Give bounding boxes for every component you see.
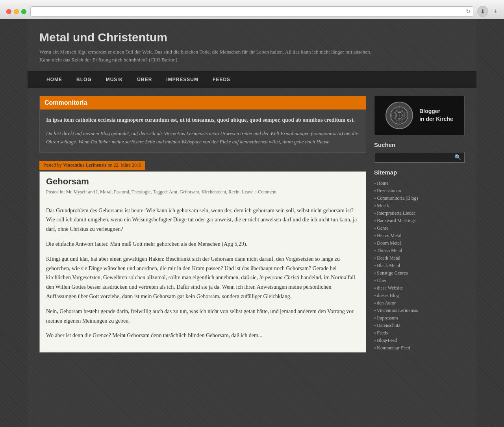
new-tab-icon[interactable]: + xyxy=(494,7,498,16)
sitemap-link-den-autor[interactable]: den Autor xyxy=(374,300,396,306)
sitemap-link-diese-website[interactable]: diese Website xyxy=(374,285,403,291)
sitemap-item: Black Metal xyxy=(374,262,465,269)
browser-chrome: ↻ ⬇ + xyxy=(0,0,504,19)
sitemap-item: Datenschutz xyxy=(374,322,465,329)
blogger-title: Blogger xyxy=(419,108,453,115)
sitemap-item: Blog-Feed xyxy=(374,337,465,344)
post-meta-bar: Posted by Vincentius Lerinensis on 22. M… xyxy=(39,161,145,170)
post-divider xyxy=(40,201,366,201)
sitemap-item: dieses Blog xyxy=(374,292,465,299)
nav-item-home[interactable]: HOME xyxy=(39,71,69,88)
sitemap-item: Sonstige Genres xyxy=(374,269,465,277)
post-paragraph-3: Nein, Gehorsam besteht gerade darin, fre… xyxy=(46,307,359,326)
leave-comment-link[interactable]: Leave a Comment xyxy=(242,189,276,195)
sitemap-item: Impressum xyxy=(374,314,465,322)
sitemap-link-feeds[interactable]: Feeds xyxy=(374,330,388,336)
category-links[interactable]: Me Myself and I, Moral, Pastoral, Theolo… xyxy=(66,189,152,195)
post-box: Gehorsam Posted in: Me Myself and I, Mor… xyxy=(39,171,366,353)
sitemap-item: Feeds xyxy=(374,329,465,337)
sitemap-link-commonitoria-(blog)[interactable]: Commonitoria (Blog) xyxy=(374,195,418,201)
sitemap-link-genre[interactable]: Genre xyxy=(374,225,389,231)
post-paragraph-0: Das Grundproblem des Gehorsams ist heute… xyxy=(46,206,359,234)
sitemap-item: Genre xyxy=(374,225,465,232)
site-tagline: Wenn ein Mensch lügt, ermordet er einen … xyxy=(39,48,378,63)
close-button[interactable] xyxy=(6,9,11,14)
sitemap-item: Über xyxy=(374,277,465,284)
nav-item-blog[interactable]: BLOG xyxy=(69,71,99,88)
sitemap-link-impressum[interactable]: Impressum xyxy=(374,315,398,321)
sitemap-link-heavy-metal[interactable]: Heavy Metal xyxy=(374,233,402,238)
minimize-button[interactable] xyxy=(14,9,19,14)
sitemap-item: Interpretierte Lieder xyxy=(374,210,465,217)
download-icon[interactable]: ⬇ xyxy=(477,6,488,17)
sitemap-link-death-metal[interactable]: Death Metal xyxy=(374,255,400,261)
sitemap-link-über[interactable]: Über xyxy=(374,278,386,283)
blogger-logo xyxy=(385,102,413,129)
post-date-text: on 22. März 2019 xyxy=(108,162,141,168)
post-author-link[interactable]: Vincentius Lerinensis xyxy=(63,162,107,168)
sitemap-item: Musik xyxy=(374,202,465,210)
posted-in-label: Posted in: xyxy=(46,189,65,195)
content-area: Commonitoria In ipsa item catholica eccl… xyxy=(28,88,476,366)
post-header: Gehorsam Posted in: Me Myself and I, Mor… xyxy=(40,172,366,201)
sitemap-link-kommentar-feed[interactable]: Kommentar-Feed xyxy=(374,345,410,351)
commonitoria-text-after: . xyxy=(329,139,330,145)
sitemap-link-datenschutz[interactable]: Datenschutz xyxy=(374,323,400,328)
site-header: Metal und Christentum Wenn ein Mensch lü… xyxy=(28,19,476,71)
sidebar: Blogger in der Kirche Suchen 🔍 Sitemap H… xyxy=(374,96,465,358)
blogger-image-box: Blogger in der Kirche xyxy=(374,96,465,135)
sitemap-item: Thrash Metal xyxy=(374,247,465,254)
commonitoria-body: In ipsa item catholica ecclesia magnoper… xyxy=(40,110,366,152)
nav-item-impressum[interactable]: IMPRESSUM xyxy=(159,71,206,88)
sitemap-link-dieses-blog[interactable]: dieses Blog xyxy=(374,293,399,298)
sitemap-link-vincentius-lerinensis[interactable]: Vincentius Lerinensis xyxy=(374,308,418,313)
commonitoria-box: Commonitoria In ipsa item catholica eccl… xyxy=(39,96,366,153)
sitemap-link-musik[interactable]: Musik xyxy=(374,203,389,208)
sitemap-link-blog-feed[interactable]: Blog-Feed xyxy=(374,338,397,343)
search-bar: 🔍 xyxy=(374,152,465,163)
sitemap-link-interpretierte-lieder[interactable]: Interpretierte Lieder xyxy=(374,210,415,216)
commonitoria-title: Commonitoria xyxy=(40,96,366,110)
post-paragraph-4: Wo aber ist denn die Grenze? Meint Gehor… xyxy=(46,331,359,340)
search-heading: Suchen xyxy=(374,141,465,148)
sitemap-link-doom-metal[interactable]: Doom Metal xyxy=(374,240,401,246)
url-bar[interactable]: ↻ xyxy=(30,6,473,17)
nach-hause-link[interactable]: nach Hause xyxy=(305,139,330,145)
search-icon[interactable]: 🔍 xyxy=(454,154,461,161)
post-title: Gehorsam xyxy=(46,176,359,187)
tag-links[interactable]: Amt, Gehorsam, Kirchenrecht, Recht. xyxy=(169,189,241,195)
sitemap-item: Backward Maskings xyxy=(374,217,465,225)
sitemap-item: Doom Metal xyxy=(374,239,465,247)
sitemap-item: Vincentius Lerinensis xyxy=(374,307,465,314)
reload-icon[interactable]: ↻ xyxy=(466,8,471,15)
sitemap-link-backward-maskings[interactable]: Backward Maskings xyxy=(374,218,416,223)
nav-item-feeds[interactable]: FEEDS xyxy=(206,71,237,88)
nav-item-über[interactable]: ÜBER xyxy=(130,71,159,88)
tagged-label: Tagged: xyxy=(153,189,168,195)
sitemap-heading: Sitemap xyxy=(374,169,465,176)
sitemap-item: Home xyxy=(374,180,465,187)
sitemap-item: Death Metal xyxy=(374,254,465,262)
blogger-subtitle: in der Kirche xyxy=(419,115,453,123)
traffic-lights xyxy=(6,9,26,14)
search-input[interactable] xyxy=(378,154,454,160)
site-wrapper: Metal und Christentum Wenn ein Mensch lü… xyxy=(28,19,476,427)
nav-item-musik[interactable]: MUSIK xyxy=(99,71,130,88)
sitemap-item: Kommentar-Feed xyxy=(374,344,465,352)
sitemap-link-rezensionen[interactable]: Rezensionen xyxy=(374,188,401,193)
sitemap-link-black-metal[interactable]: Black Metal xyxy=(374,263,400,268)
sitemap-item: Heavy Metal xyxy=(374,232,465,239)
commonitoria-text: Du bist direkt auf meinem Blog gelandet,… xyxy=(46,130,359,146)
maximize-button[interactable] xyxy=(21,9,26,14)
sitemap-link-thrash-metal[interactable]: Thrash Metal xyxy=(374,248,402,253)
sitemap-item: Commonitoria (Blog) xyxy=(374,195,465,202)
sitemap-link-home[interactable]: Home xyxy=(374,180,389,186)
sitemap-item: diese Website xyxy=(374,284,465,292)
sitemap-link-sonstige-genres[interactable]: Sonstige Genres xyxy=(374,270,408,276)
sitemap-item: Rezensionen xyxy=(374,187,465,195)
post-paragraph-2: Klingt gut und klar, hat aber einen gewa… xyxy=(46,254,359,301)
post-content: Das Grundproblem des Gehorsams ist heute… xyxy=(40,206,366,353)
main-content: Commonitoria In ipsa item catholica eccl… xyxy=(39,96,366,358)
commonitoria-lead: In ipsa item catholica ecclesia magnoper… xyxy=(46,116,359,124)
url-input[interactable] xyxy=(31,9,473,14)
